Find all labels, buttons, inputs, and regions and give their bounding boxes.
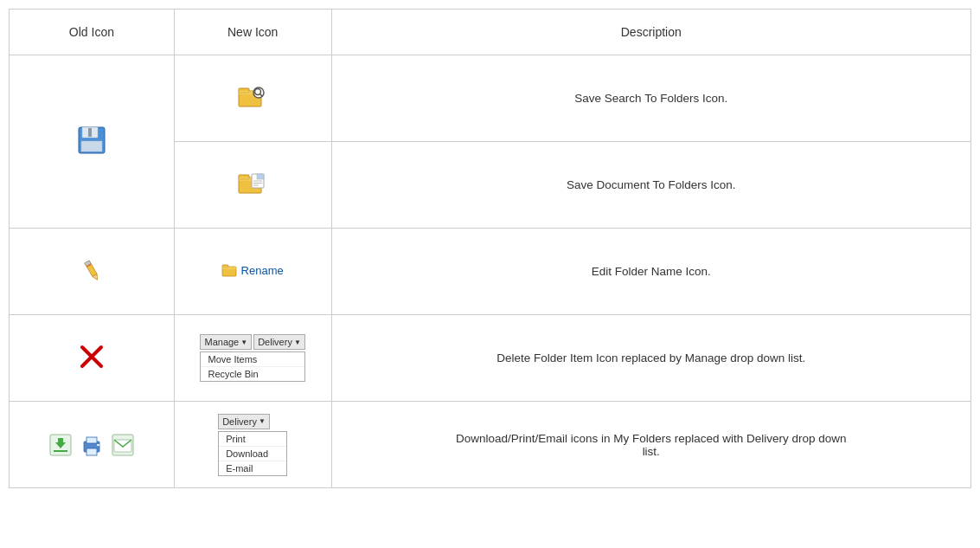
- new-icon-save-search: [174, 55, 331, 142]
- old-icon-pencil: [10, 229, 175, 315]
- manage-menu-item-recycle[interactable]: Recycle Bin: [201, 367, 304, 381]
- svg-rect-2: [88, 128, 92, 137]
- table-row: Manage ▼ Delivery ▼ Move Items Recycle B…: [10, 315, 971, 402]
- old-icon-delete: [10, 315, 175, 402]
- table-row: Delivery ▼ Print Download E-mail Downloa…: [10, 402, 971, 488]
- delivery-menu: Print Download E-mail: [218, 431, 287, 476]
- print-icon: [80, 433, 104, 457]
- svg-rect-33: [97, 444, 99, 446]
- svg-rect-32: [86, 448, 97, 455]
- new-icon-rename: Rename: [174, 229, 331, 315]
- new-icon-save-document: [174, 142, 331, 229]
- new-icon-manage: Manage ▼ Delivery ▼ Move Items Recycle B…: [174, 315, 331, 402]
- delivery-arrow-main: ▼: [259, 417, 266, 425]
- manage-dropdown-mockup: Manage ▼ Delivery ▼ Move Items Recycle B…: [200, 334, 304, 382]
- main-container: Old Icon New Icon Description: [0, 0, 980, 548]
- pencil-icon: [80, 258, 104, 282]
- old-icon-save: [10, 55, 175, 229]
- old-icon-download-print-email: [10, 402, 175, 488]
- email-icon: [111, 433, 135, 457]
- delivery-menu-email[interactable]: E-mail: [219, 461, 286, 475]
- delivery-menu-download[interactable]: Download: [219, 447, 286, 461]
- rename-label: Rename: [241, 264, 284, 277]
- svg-rect-29: [54, 450, 67, 452]
- description-rename: Edit Folder Name Icon.: [331, 229, 970, 315]
- icon-comparison-table: Old Icon New Icon Description: [9, 9, 971, 488]
- svg-rect-3: [81, 141, 102, 152]
- description-delete: Delete Folder Item Icon replaced by Mana…: [331, 315, 970, 402]
- manage-btn[interactable]: Manage ▼: [200, 334, 252, 350]
- description-save-search: Save Search To Folders Icon.: [331, 55, 970, 142]
- save-search-folder-icon: [238, 84, 267, 110]
- manage-menu: Move Items Recycle Bin: [200, 351, 304, 382]
- svg-rect-14: [257, 174, 264, 179]
- manage-btn-label: Manage: [204, 337, 239, 347]
- download-icon: [48, 433, 73, 457]
- col-header-description: Description: [331, 10, 970, 55]
- delivery-btn-main[interactable]: Delivery ▼: [218, 414, 270, 429]
- table-row: Save Search To Folders Icon.: [10, 55, 971, 142]
- table-row: Rename Edit Folder Name Icon.: [10, 229, 971, 315]
- col-header-old-icon: Old Icon: [10, 10, 175, 55]
- floppy-disk-icon: [77, 126, 106, 155]
- delivery-btn-main-label: Delivery: [222, 416, 257, 427]
- delivery-dropdown-mockup: Delivery ▼ Print Download E-mail: [218, 414, 287, 476]
- manage-arrow-icon: ▼: [240, 338, 247, 346]
- description-save-document: Save Document To Folders Icon.: [331, 142, 970, 229]
- delivery-arrow-icon-manage: ▼: [294, 338, 301, 346]
- svg-rect-31: [86, 437, 97, 443]
- save-document-folder-icon: [238, 171, 267, 197]
- svg-rect-24: [222, 267, 236, 269]
- description-delivery-line1: Download/Print/Email icons in My Folders…: [456, 432, 847, 445]
- description-delivery: Download/Print/Email icons in My Folders…: [331, 402, 970, 488]
- delivery-btn-manage[interactable]: Delivery ▼: [253, 334, 305, 350]
- red-x-icon: [79, 344, 105, 370]
- new-icon-delivery: Delivery ▼ Print Download E-mail: [174, 402, 331, 488]
- rename-folder-icon: [222, 263, 238, 277]
- rename-button-mockup[interactable]: Rename: [222, 263, 284, 277]
- delivery-menu-print[interactable]: Print: [219, 432, 286, 447]
- manage-menu-item-move[interactable]: Move Items: [201, 352, 304, 367]
- old-icons-group: [16, 433, 167, 457]
- delivery-btn-label-manage: Delivery: [258, 337, 292, 347]
- col-header-new-icon: New Icon: [174, 10, 331, 55]
- description-delivery-line2: list.: [643, 445, 660, 458]
